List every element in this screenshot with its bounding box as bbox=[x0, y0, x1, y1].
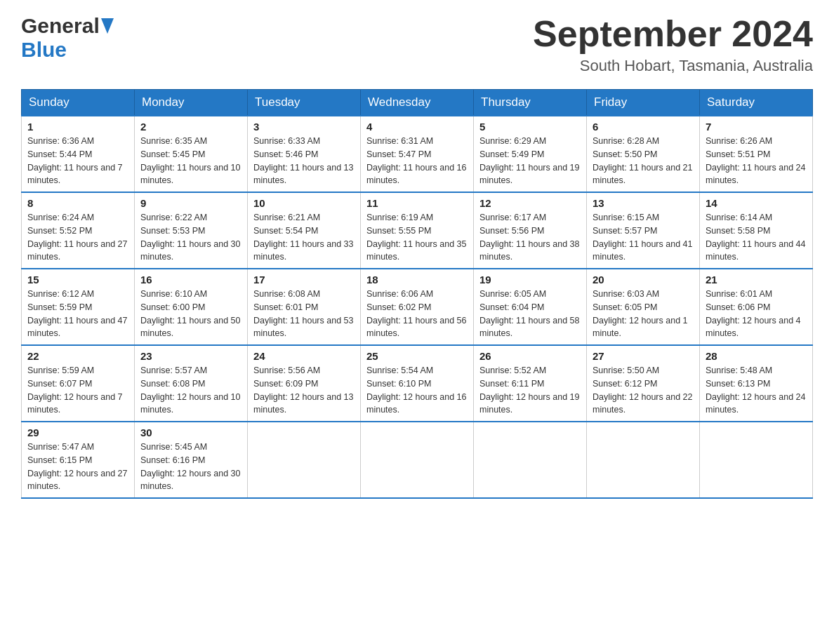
svg-marker-0 bbox=[101, 18, 114, 34]
day-number: 18 bbox=[366, 274, 468, 286]
logo: General Blue bbox=[21, 14, 114, 62]
calendar-week-row: 15 Sunrise: 6:12 AMSunset: 5:59 PMDaylig… bbox=[22, 269, 813, 345]
day-number: 14 bbox=[706, 197, 807, 209]
day-number: 1 bbox=[27, 121, 128, 133]
calendar-week-row: 1 Sunrise: 6:36 AMSunset: 5:44 PMDayligh… bbox=[22, 116, 813, 192]
day-number: 27 bbox=[593, 350, 694, 362]
calendar-week-row: 8 Sunrise: 6:24 AMSunset: 5:52 PMDayligh… bbox=[22, 192, 813, 269]
calendar-cell: 15 Sunrise: 6:12 AMSunset: 5:59 PMDaylig… bbox=[22, 269, 135, 345]
day-number: 2 bbox=[140, 121, 241, 133]
calendar-cell bbox=[474, 422, 587, 498]
calendar-cell: 8 Sunrise: 6:24 AMSunset: 5:52 PMDayligh… bbox=[22, 192, 135, 269]
day-info: Sunrise: 5:56 AMSunset: 6:09 PMDaylight:… bbox=[253, 365, 353, 415]
calendar-cell: 13 Sunrise: 6:15 AMSunset: 5:57 PMDaylig… bbox=[587, 192, 700, 269]
day-number: 13 bbox=[593, 197, 694, 209]
calendar-cell bbox=[361, 422, 474, 498]
calendar-cell: 14 Sunrise: 6:14 AMSunset: 5:58 PMDaylig… bbox=[700, 192, 813, 269]
weekday-header-thursday: Thursday bbox=[474, 90, 587, 116]
weekday-header-row: SundayMondayTuesdayWednesdayThursdayFrid… bbox=[22, 90, 813, 116]
calendar-table: SundayMondayTuesdayWednesdayThursdayFrid… bbox=[21, 89, 813, 499]
weekday-header-sunday: Sunday bbox=[22, 90, 135, 116]
weekday-header-saturday: Saturday bbox=[700, 90, 813, 116]
day-info: Sunrise: 5:45 AMSunset: 6:16 PMDaylight:… bbox=[140, 442, 240, 491]
day-info: Sunrise: 6:35 AMSunset: 5:45 PMDaylight:… bbox=[140, 136, 240, 185]
day-number: 4 bbox=[366, 121, 468, 133]
calendar-cell: 6 Sunrise: 6:28 AMSunset: 5:50 PMDayligh… bbox=[587, 116, 700, 192]
day-info: Sunrise: 6:21 AMSunset: 5:54 PMDaylight:… bbox=[253, 213, 353, 262]
day-info: Sunrise: 5:52 AMSunset: 6:11 PMDaylight:… bbox=[479, 365, 579, 415]
day-info: Sunrise: 6:17 AMSunset: 5:56 PMDaylight:… bbox=[479, 213, 579, 262]
day-info: Sunrise: 5:59 AMSunset: 6:07 PMDaylight:… bbox=[27, 365, 123, 415]
day-number: 26 bbox=[479, 350, 581, 362]
day-number: 23 bbox=[140, 350, 241, 362]
day-number: 22 bbox=[27, 350, 128, 362]
day-info: Sunrise: 6:26 AMSunset: 5:51 PMDaylight:… bbox=[706, 136, 805, 185]
calendar-cell: 22 Sunrise: 5:59 AMSunset: 6:07 PMDaylig… bbox=[22, 345, 135, 422]
day-number: 21 bbox=[706, 274, 807, 286]
calendar-cell: 7 Sunrise: 6:26 AMSunset: 5:51 PMDayligh… bbox=[700, 116, 813, 192]
weekday-header-monday: Monday bbox=[135, 90, 248, 116]
calendar-week-row: 29 Sunrise: 5:47 AMSunset: 6:15 PMDaylig… bbox=[22, 422, 813, 498]
calendar-cell: 16 Sunrise: 6:10 AMSunset: 6:00 PMDaylig… bbox=[135, 269, 248, 345]
logo-triangle-icon bbox=[101, 18, 114, 36]
day-info: Sunrise: 6:19 AMSunset: 5:55 PMDaylight:… bbox=[366, 213, 466, 262]
day-number: 5 bbox=[479, 121, 581, 133]
calendar-cell: 29 Sunrise: 5:47 AMSunset: 6:15 PMDaylig… bbox=[22, 422, 135, 498]
day-info: Sunrise: 6:33 AMSunset: 5:46 PMDaylight:… bbox=[253, 136, 353, 185]
day-number: 11 bbox=[366, 197, 468, 209]
day-info: Sunrise: 5:50 AMSunset: 6:12 PMDaylight:… bbox=[593, 365, 692, 415]
day-number: 28 bbox=[706, 350, 807, 362]
calendar-cell: 30 Sunrise: 5:45 AMSunset: 6:16 PMDaylig… bbox=[135, 422, 248, 498]
day-number: 9 bbox=[140, 197, 241, 209]
logo-general-text: General bbox=[21, 14, 100, 38]
day-info: Sunrise: 5:47 AMSunset: 6:15 PMDaylight:… bbox=[27, 442, 127, 491]
day-info: Sunrise: 6:28 AMSunset: 5:50 PMDaylight:… bbox=[593, 136, 692, 185]
day-info: Sunrise: 6:36 AMSunset: 5:44 PMDaylight:… bbox=[27, 136, 123, 185]
day-number: 12 bbox=[479, 197, 581, 209]
day-info: Sunrise: 6:05 AMSunset: 6:04 PMDaylight:… bbox=[479, 289, 579, 338]
weekday-header-wednesday: Wednesday bbox=[361, 90, 474, 116]
calendar-cell: 18 Sunrise: 6:06 AMSunset: 6:02 PMDaylig… bbox=[361, 269, 474, 345]
calendar-cell: 27 Sunrise: 5:50 AMSunset: 6:12 PMDaylig… bbox=[587, 345, 700, 422]
day-info: Sunrise: 5:54 AMSunset: 6:10 PMDaylight:… bbox=[366, 365, 466, 415]
calendar-cell: 21 Sunrise: 6:01 AMSunset: 6:06 PMDaylig… bbox=[700, 269, 813, 345]
day-number: 17 bbox=[253, 274, 355, 286]
calendar-cell: 10 Sunrise: 6:21 AMSunset: 5:54 PMDaylig… bbox=[248, 192, 361, 269]
calendar-cell bbox=[587, 422, 700, 498]
day-info: Sunrise: 6:29 AMSunset: 5:49 PMDaylight:… bbox=[479, 136, 579, 185]
day-number: 20 bbox=[593, 274, 694, 286]
day-number: 24 bbox=[253, 350, 355, 362]
calendar-cell: 28 Sunrise: 5:48 AMSunset: 6:13 PMDaylig… bbox=[700, 345, 813, 422]
calendar-cell: 20 Sunrise: 6:03 AMSunset: 6:05 PMDaylig… bbox=[587, 269, 700, 345]
calendar-cell: 26 Sunrise: 5:52 AMSunset: 6:11 PMDaylig… bbox=[474, 345, 587, 422]
calendar-cell: 9 Sunrise: 6:22 AMSunset: 5:53 PMDayligh… bbox=[135, 192, 248, 269]
calendar-cell: 23 Sunrise: 5:57 AMSunset: 6:08 PMDaylig… bbox=[135, 345, 248, 422]
day-info: Sunrise: 6:06 AMSunset: 6:02 PMDaylight:… bbox=[366, 289, 466, 338]
calendar-cell: 19 Sunrise: 6:05 AMSunset: 6:04 PMDaylig… bbox=[474, 269, 587, 345]
logo-blue-text: Blue bbox=[21, 38, 67, 61]
location-subtitle: South Hobart, Tasmania, Australia bbox=[533, 57, 813, 75]
day-info: Sunrise: 6:31 AMSunset: 5:47 PMDaylight:… bbox=[366, 136, 466, 185]
day-number: 16 bbox=[140, 274, 241, 286]
calendar-cell bbox=[248, 422, 361, 498]
calendar-cell: 11 Sunrise: 6:19 AMSunset: 5:55 PMDaylig… bbox=[361, 192, 474, 269]
day-info: Sunrise: 6:01 AMSunset: 6:06 PMDaylight:… bbox=[706, 289, 801, 338]
day-info: Sunrise: 6:10 AMSunset: 6:00 PMDaylight:… bbox=[140, 289, 240, 338]
calendar-cell: 24 Sunrise: 5:56 AMSunset: 6:09 PMDaylig… bbox=[248, 345, 361, 422]
calendar-week-row: 22 Sunrise: 5:59 AMSunset: 6:07 PMDaylig… bbox=[22, 345, 813, 422]
weekday-header-tuesday: Tuesday bbox=[248, 90, 361, 116]
day-number: 8 bbox=[27, 197, 128, 209]
day-number: 25 bbox=[366, 350, 468, 362]
day-number: 15 bbox=[27, 274, 128, 286]
calendar-cell: 5 Sunrise: 6:29 AMSunset: 5:49 PMDayligh… bbox=[474, 116, 587, 192]
day-info: Sunrise: 6:12 AMSunset: 5:59 PMDaylight:… bbox=[27, 289, 127, 338]
day-number: 30 bbox=[140, 427, 241, 438]
day-info: Sunrise: 5:48 AMSunset: 6:13 PMDaylight:… bbox=[706, 365, 805, 415]
month-title: September 2024 bbox=[533, 14, 813, 54]
weekday-header-friday: Friday bbox=[587, 90, 700, 116]
title-area: September 2024 South Hobart, Tasmania, A… bbox=[533, 14, 813, 75]
calendar-cell: 12 Sunrise: 6:17 AMSunset: 5:56 PMDaylig… bbox=[474, 192, 587, 269]
day-number: 7 bbox=[706, 121, 807, 133]
calendar-cell: 3 Sunrise: 6:33 AMSunset: 5:46 PMDayligh… bbox=[248, 116, 361, 192]
day-number: 3 bbox=[253, 121, 355, 133]
